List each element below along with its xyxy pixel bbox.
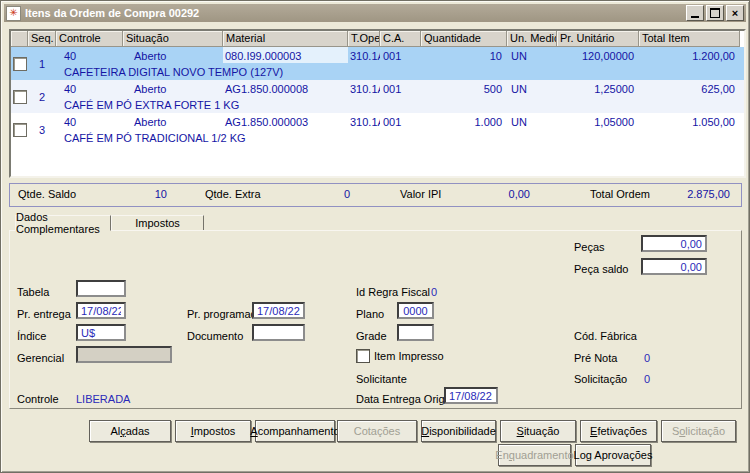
valor-ipi-label: Valor IPI bbox=[400, 188, 441, 200]
cod-fabrica-label: Cód. Fábrica bbox=[574, 330, 637, 343]
cell-seq: 3 bbox=[28, 113, 56, 146]
cell-descricao: CAFETEIRA DIGITAL NOVO TEMPO (127V) bbox=[64, 65, 283, 79]
table-row[interactable]: 140Aberto080.I99.000003310.1A00110UN120,… bbox=[11, 47, 744, 80]
data-entrega-original-input[interactable] bbox=[444, 387, 498, 404]
plano-input[interactable] bbox=[397, 302, 434, 319]
row-checkbox[interactable] bbox=[13, 123, 27, 137]
cell-t-oper: 310.1A bbox=[348, 115, 380, 129]
tab-dados-complementares[interactable]: Dados Complementares bbox=[15, 215, 111, 231]
cell-situacao: Aberto bbox=[123, 82, 223, 96]
cotacoes-button: Cotações bbox=[337, 420, 417, 442]
cell-situacao: Aberto bbox=[123, 49, 223, 63]
column-header-Quantidade[interactable]: Quantidade bbox=[421, 31, 507, 47]
solicitante-label: Solicitante bbox=[356, 373, 407, 386]
peca-saldo-input[interactable] bbox=[641, 258, 707, 275]
qtde-saldo-value: 10 bbox=[70, 188, 167, 200]
maximize-icon bbox=[710, 8, 720, 18]
cell-material: 080.I99.000003 bbox=[223, 49, 348, 63]
tab-impostos[interactable]: Impostos bbox=[111, 215, 204, 231]
cell-quantidade: 500 bbox=[421, 82, 507, 96]
cell-controle: 40 bbox=[56, 49, 123, 63]
close-icon: × bbox=[732, 8, 738, 19]
row-checkbox[interactable] bbox=[13, 90, 27, 104]
column-header-Total Item[interactable]: Total Item bbox=[639, 31, 740, 47]
enquadramento-button: Enquadramento bbox=[498, 444, 571, 466]
pecas-label: Peças bbox=[574, 241, 605, 254]
disponibilidade-button[interactable]: Disponibilidade bbox=[421, 420, 496, 442]
controle-label: Controle bbox=[17, 393, 59, 406]
documento-input[interactable] bbox=[252, 324, 305, 341]
cell-descricao: CAFÉ EM PÓ EXTRA FORTE 1 KG bbox=[64, 98, 239, 112]
grade-input[interactable] bbox=[397, 324, 434, 341]
app-icon: ✳ bbox=[6, 6, 21, 21]
pecas-input[interactable] bbox=[641, 235, 707, 252]
column-header-T.Oper.[interactable]: T.Oper. bbox=[348, 31, 380, 47]
documento-label: Documento bbox=[187, 330, 243, 343]
valor-ipi-value: 0,00 bbox=[450, 188, 530, 200]
id-regra-fiscal-label: Id Regra Fiscal bbox=[356, 286, 430, 299]
grade-label: Grade bbox=[356, 330, 387, 343]
pre-nota-label: Pré Nota bbox=[574, 352, 617, 365]
items-grid: Seq.ControleSituaçãoMaterialT.Oper.C.A.Q… bbox=[9, 29, 746, 178]
minimize-button[interactable] bbox=[686, 5, 704, 21]
cell-un-medida: UN bbox=[507, 82, 557, 96]
cell-un-medida: UN bbox=[507, 49, 557, 63]
column-header-Un. Medida[interactable]: Un. Medida bbox=[507, 31, 557, 47]
table-row[interactable]: 340AbertoAG1.850.000003310.1A0011.000UN1… bbox=[11, 113, 744, 146]
column-header-Situação[interactable]: Situação bbox=[123, 31, 223, 47]
situacao-button[interactable]: Situação bbox=[500, 420, 576, 442]
maximize-button[interactable] bbox=[706, 5, 724, 21]
row-checkbox-cell bbox=[11, 80, 28, 113]
impostos-button[interactable]: Impostos bbox=[175, 420, 251, 442]
log-aprovacoes-button[interactable]: Log Aprovações bbox=[575, 444, 651, 466]
gerencial-input bbox=[76, 346, 172, 363]
qtde-extra-value: 0 bbox=[270, 188, 350, 200]
row-checkbox-cell bbox=[11, 113, 28, 146]
pre-nota-value: 0 bbox=[644, 352, 650, 365]
title-bar: ✳ Itens da Ordem de Compra 00292 × bbox=[4, 4, 746, 22]
cell-t-oper: 310.1A bbox=[348, 82, 380, 96]
cell-descricao: CAFÉ EM PÓ TRADICIONAL 1/2 KG bbox=[64, 131, 246, 145]
cell-material: AG1.850.000003 bbox=[223, 115, 348, 129]
gerencial-label: Gerencial bbox=[17, 352, 64, 365]
cell-quantidade: 10 bbox=[421, 49, 507, 63]
qtde-saldo-label: Qtde. Saldo bbox=[18, 188, 76, 200]
row-checkbox[interactable] bbox=[13, 57, 27, 71]
cell-situacao: Aberto bbox=[123, 115, 223, 129]
cell-total-item: 625,00 bbox=[639, 82, 740, 96]
cell-quantidade: 1.000 bbox=[421, 115, 507, 129]
item-impresso-checkbox[interactable] bbox=[356, 349, 370, 363]
column-header-checkbox[interactable] bbox=[11, 31, 28, 47]
id-regra-fiscal-value: 0 bbox=[431, 286, 437, 299]
cell-controle: 40 bbox=[56, 115, 123, 129]
acompanhamento-button[interactable]: Acompanhamento bbox=[255, 420, 335, 442]
window-title: Itens da Ordem de Compra 00292 bbox=[25, 7, 684, 19]
cell-pr-unitario: 1,05000 bbox=[557, 115, 639, 129]
column-header-C.A.[interactable]: C.A. bbox=[380, 31, 421, 47]
cell-ca: 001 bbox=[380, 49, 421, 63]
solicitacao-button: Solicitação bbox=[661, 420, 736, 442]
table-row[interactable]: 240AbertoAG1.850.000008310.1A001500UN1,2… bbox=[11, 80, 744, 113]
cell-ca: 001 bbox=[380, 115, 421, 129]
close-button[interactable]: × bbox=[726, 5, 744, 21]
cell-pr-unitario: 1,25000 bbox=[557, 82, 639, 96]
cell-material: AG1.850.000008 bbox=[223, 82, 348, 96]
solicitacao-value: 0 bbox=[644, 373, 650, 386]
alcadas-button[interactable]: Alçadas bbox=[89, 420, 171, 442]
column-header-Seq.[interactable]: Seq. bbox=[28, 31, 56, 47]
cell-pr-unitario: 120,00000 bbox=[557, 49, 639, 63]
tabela-input[interactable] bbox=[76, 280, 126, 297]
cell-ca: 001 bbox=[380, 82, 421, 96]
efetivacoes-button[interactable]: Efetivações bbox=[580, 420, 657, 442]
plano-label: Plano bbox=[356, 308, 384, 321]
totals-bar: Qtde. Saldo 10 Qtde. Extra 0 Valor IPI 0… bbox=[9, 183, 742, 207]
column-header-Pr. Unitário[interactable]: Pr. Unitário bbox=[557, 31, 639, 47]
grid-header: Seq.ControleSituaçãoMaterialT.Oper.C.A.Q… bbox=[11, 31, 744, 47]
pr-programado-input[interactable] bbox=[252, 302, 305, 319]
indice-input[interactable] bbox=[76, 324, 126, 341]
cell-controle: 40 bbox=[56, 82, 123, 96]
indice-label: Índice bbox=[17, 330, 46, 343]
column-header-Material[interactable]: Material bbox=[223, 31, 348, 47]
column-header-Controle[interactable]: Controle bbox=[56, 31, 123, 47]
pr-entrega-input[interactable] bbox=[76, 302, 126, 319]
